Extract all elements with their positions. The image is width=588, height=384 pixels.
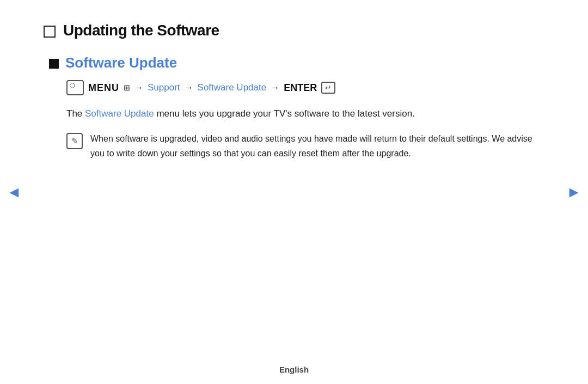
main-heading-text: Updating the Software bbox=[63, 22, 219, 39]
checkbox-icon bbox=[44, 26, 56, 38]
enter-label: ENTER bbox=[284, 82, 317, 94]
menu-path-row: MENU⊞ → Support → Software Update → ENTE… bbox=[66, 80, 544, 95]
nav-left-arrow[interactable]: ◄ bbox=[7, 184, 22, 201]
section-heading-text: Software Update bbox=[65, 54, 177, 71]
description-suffix: menu lets you upgrade your TV's software… bbox=[154, 108, 415, 119]
description-prefix: The bbox=[66, 108, 85, 119]
menu-label: MENU bbox=[88, 82, 119, 94]
page-container: ◄ ► Updating the Software Software Updat… bbox=[0, 0, 588, 384]
section-heading-row: Software Update bbox=[49, 54, 544, 71]
main-content: Updating the Software Software Update ME… bbox=[0, 0, 588, 365]
footer-language: English bbox=[279, 365, 309, 374]
note-text: When software is upgraded, video and aud… bbox=[90, 132, 540, 161]
footer: English bbox=[0, 365, 588, 384]
support-link: Support bbox=[148, 82, 180, 93]
arrow-3: → bbox=[271, 83, 279, 93]
section-block: Software Update MENU⊞ → Support → Softwa… bbox=[49, 54, 544, 161]
software-update-path-link: Software Update bbox=[198, 82, 267, 93]
menu-grid-symbol: ⊞ bbox=[124, 83, 130, 92]
note-row: When software is upgraded, video and aud… bbox=[66, 132, 540, 161]
nav-right-arrow[interactable]: ► bbox=[566, 184, 581, 201]
menu-remote-icon bbox=[66, 80, 84, 95]
main-heading-row: Updating the Software bbox=[44, 22, 544, 39]
enter-icon: ↵ bbox=[321, 82, 335, 94]
note-icon bbox=[66, 133, 83, 149]
black-square-icon bbox=[49, 59, 59, 69]
description-text: The Software Update menu lets you upgrad… bbox=[66, 106, 540, 121]
description-link: Software Update bbox=[85, 108, 154, 119]
arrow-2: → bbox=[185, 83, 193, 93]
arrow-1: → bbox=[134, 83, 143, 93]
